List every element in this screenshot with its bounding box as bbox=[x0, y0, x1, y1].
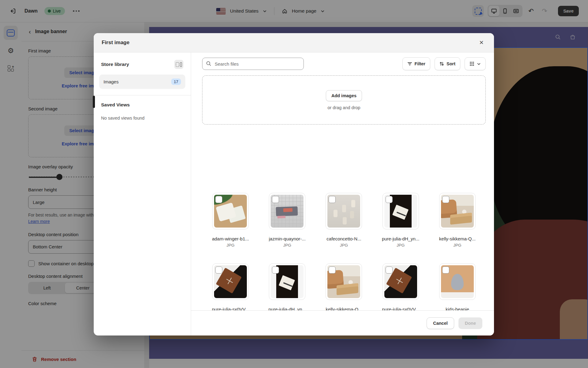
file-checkbox[interactable] bbox=[215, 196, 222, 203]
file-thumbnail[interactable] bbox=[439, 193, 476, 229]
file-type: JPG bbox=[453, 243, 461, 247]
search-icon bbox=[206, 61, 212, 67]
upload-dropzone[interactable]: Add images or drag and drop bbox=[202, 75, 486, 125]
modal-title: First image bbox=[102, 40, 130, 46]
panel-collapse-icon bbox=[176, 62, 179, 67]
file-card[interactable]: pure-julia-sx0VV... JPG bbox=[372, 263, 429, 318]
active-item-indicator bbox=[93, 96, 95, 108]
images-count-badge: 17 bbox=[171, 79, 181, 85]
sort-icon bbox=[439, 61, 444, 66]
search-input[interactable] bbox=[202, 58, 304, 70]
file-checkbox[interactable] bbox=[272, 266, 279, 274]
file-card[interactable]: adam-winger-b1... JPG bbox=[202, 193, 259, 247]
cancel-button[interactable]: Cancel bbox=[427, 317, 454, 329]
file-checkbox[interactable] bbox=[329, 266, 336, 274]
file-type: JPG bbox=[340, 243, 348, 247]
file-thumbnail[interactable] bbox=[383, 263, 419, 300]
file-checkbox[interactable] bbox=[386, 196, 393, 203]
file-checkbox[interactable] bbox=[329, 196, 336, 203]
file-card[interactable]: pure-julia-dH_yn... JPG bbox=[372, 193, 429, 247]
file-thumbnail[interactable] bbox=[326, 193, 362, 229]
file-checkbox[interactable] bbox=[442, 266, 449, 274]
drag-drop-hint: or drag and drop bbox=[327, 105, 360, 110]
file-checkbox[interactable] bbox=[442, 196, 449, 203]
file-card[interactable]: jazmin-quaynor-... JPG bbox=[259, 193, 315, 247]
chevron-down-icon bbox=[477, 62, 481, 66]
store-library-label: Store library bbox=[101, 62, 129, 67]
file-type: JPG bbox=[226, 243, 234, 247]
file-card[interactable]: pure-julia-dH_yn... JPG bbox=[259, 263, 315, 318]
file-type: JPG bbox=[283, 243, 291, 247]
file-thumbnail[interactable] bbox=[269, 193, 305, 229]
modal-content: Filter Sort Add images or d bbox=[191, 52, 494, 335]
file-name: kelly-sikkema-Q... bbox=[439, 236, 476, 241]
view-mode-button[interactable] bbox=[465, 57, 486, 70]
file-card[interactable]: kelly-sikkema-Q... JPG bbox=[315, 263, 372, 318]
sort-button[interactable]: Sort bbox=[435, 57, 460, 70]
file-card[interactable]: pure-julia-sx0VV... JPG bbox=[202, 263, 259, 318]
filter-icon bbox=[407, 62, 412, 66]
file-type: JPG bbox=[397, 243, 405, 247]
file-picker-modal: First image ✕ Store library Images 17 Sa… bbox=[94, 33, 494, 335]
add-images-button[interactable]: Add images bbox=[326, 90, 362, 101]
file-checkbox[interactable] bbox=[386, 266, 393, 274]
grid-view-icon bbox=[469, 61, 474, 66]
file-thumbnail[interactable] bbox=[326, 263, 362, 300]
collapse-sidebar-button[interactable] bbox=[174, 60, 183, 69]
file-thumbnail[interactable] bbox=[439, 263, 476, 300]
file-name: cafeconcetto-N... bbox=[326, 236, 361, 241]
done-button[interactable]: Done bbox=[458, 317, 482, 329]
file-card[interactable]: cafeconcetto-N... JPG bbox=[315, 193, 372, 247]
filter-button[interactable]: Filter bbox=[402, 57, 430, 70]
saved-views-empty-text: No saved views found bbox=[101, 116, 183, 121]
file-thumbnail[interactable] bbox=[212, 263, 249, 300]
file-card[interactable]: kelly-sikkema-Q... JPG bbox=[429, 193, 486, 247]
file-name: jazmin-quaynor-... bbox=[269, 236, 306, 241]
saved-views-label: Saved Views bbox=[101, 102, 183, 108]
file-thumbnail[interactable] bbox=[212, 193, 249, 229]
file-name: pure-julia-dH_yn... bbox=[382, 236, 420, 241]
file-thumbnail[interactable] bbox=[383, 193, 419, 229]
file-checkbox[interactable] bbox=[272, 196, 279, 203]
file-name: adam-winger-b1... bbox=[212, 236, 249, 241]
modal-sidebar: Store library Images 17 Saved Views No s… bbox=[94, 52, 191, 335]
divider bbox=[94, 95, 191, 95]
theme-editor: Dawn Live United States Home page bbox=[0, 0, 588, 368]
file-thumbnail[interactable] bbox=[269, 263, 305, 300]
file-card[interactable]: kids-beanie JPG bbox=[429, 263, 486, 318]
file-checkbox[interactable] bbox=[215, 266, 222, 274]
modal-footer: Cancel Done bbox=[191, 310, 494, 335]
sidebar-item-images[interactable]: Images 17 bbox=[99, 75, 185, 89]
close-icon[interactable]: ✕ bbox=[477, 38, 486, 47]
